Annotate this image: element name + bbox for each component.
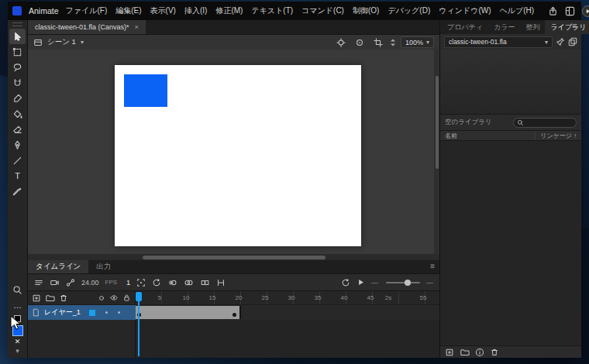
- layer-name[interactable]: レイヤー_1: [44, 307, 81, 318]
- frame-size-slider[interactable]: [386, 282, 420, 283]
- rotation-tool-button[interactable]: [353, 36, 367, 50]
- eraser-tool-button[interactable]: [9, 122, 26, 137]
- frame-size-slider-knob[interactable]: [405, 280, 411, 286]
- pin-library-icon[interactable]: [556, 37, 565, 46]
- zoom-level-dropdown[interactable]: 100% ▾: [401, 36, 434, 48]
- tab-library[interactable]: ライブラリ: [545, 20, 589, 34]
- library-panel-menu-icon[interactable]: ≡: [572, 22, 577, 30]
- timeline-empty-frames[interactable]: [136, 320, 439, 358]
- share-button[interactable]: [548, 4, 558, 18]
- free-transform-tool-button[interactable]: [9, 44, 26, 60]
- menu-edit[interactable]: 編集(E): [115, 5, 141, 16]
- current-frame-value[interactable]: 1: [126, 278, 130, 287]
- tab-properties[interactable]: プロパティ: [442, 20, 488, 34]
- frame-span[interactable]: [136, 306, 241, 319]
- panel-grip-icon[interactable]: [12, 22, 22, 26]
- horizontal-scroll-thumb[interactable]: [143, 256, 326, 259]
- timeline-panel-menu-icon[interactable]: ≡: [430, 263, 435, 270]
- menu-view[interactable]: 表示(V): [150, 5, 176, 16]
- stage-horizontal-scrollbar[interactable]: [28, 254, 439, 260]
- eyedropper-tool-button[interactable]: [9, 184, 26, 199]
- more-tools-button[interactable]: …: [9, 297, 26, 313]
- toolbar-collapse-chevron-icon[interactable]: ▾: [16, 348, 19, 355]
- onion-skin-outline-icon[interactable]: [184, 278, 194, 287]
- snap-magnet-button[interactable]: [9, 75, 26, 91]
- stage-rectangle[interactable]: [124, 74, 167, 107]
- selection-tool-button[interactable]: [9, 29, 26, 44]
- end-keyframe-dot[interactable]: [232, 313, 236, 317]
- item-properties-icon[interactable]: [475, 348, 484, 357]
- tab-output[interactable]: 出力: [88, 260, 119, 273]
- new-library-panel-icon[interactable]: [568, 37, 577, 46]
- layer-name-cell[interactable]: レイヤー_1: [28, 305, 136, 320]
- edit-multiple-frames-icon[interactable]: [200, 278, 210, 287]
- center-stage-button[interactable]: [334, 36, 348, 50]
- menu-commands[interactable]: コマンド(C): [301, 5, 344, 16]
- layers-icon[interactable]: [34, 278, 43, 287]
- menu-file[interactable]: ファイル(F): [66, 5, 108, 16]
- menu-insert[interactable]: 挿入(I): [184, 5, 207, 16]
- new-symbol-icon[interactable]: [445, 348, 454, 357]
- add-layer-icon[interactable]: [32, 294, 41, 303]
- zoom-spinner-icon[interactable]: [390, 38, 396, 47]
- column-name[interactable]: 名前: [445, 132, 457, 140]
- add-folder-icon[interactable]: [45, 294, 55, 303]
- brush-tool-button[interactable]: [9, 91, 26, 106]
- tab-timeline[interactable]: タイムライン: [28, 260, 88, 273]
- menu-modify[interactable]: 修正(M): [215, 5, 243, 16]
- library-search-box[interactable]: [513, 118, 577, 128]
- play-button[interactable]: [356, 278, 365, 287]
- stroke-color-swatch[interactable]: [14, 315, 21, 322]
- new-folder-icon[interactable]: [460, 348, 470, 357]
- fill-color-swatch[interactable]: [12, 325, 23, 336]
- clip-content-button[interactable]: [371, 36, 385, 50]
- zoom-in-frames-icon[interactable]: —: [426, 279, 433, 287]
- layer-parenting-icon[interactable]: [66, 278, 75, 287]
- library-search-input[interactable]: [526, 119, 573, 126]
- menu-help[interactable]: ヘルプ(H): [500, 5, 535, 16]
- layer-visibility-dot[interactable]: [105, 311, 108, 314]
- tab-color[interactable]: カラー: [488, 20, 520, 34]
- menu-window[interactable]: ウィンドウ(W): [439, 5, 491, 16]
- loop-playback-icon[interactable]: [341, 278, 350, 287]
- menu-text[interactable]: テキスト(T): [251, 5, 293, 16]
- document-tab-close-icon[interactable]: ×: [135, 23, 139, 31]
- outline-column-icon[interactable]: [98, 294, 105, 302]
- layer-outline-color-swatch[interactable]: [89, 310, 95, 316]
- center-frame-icon[interactable]: [136, 278, 146, 287]
- column-linkage[interactable]: リンケージ ↑: [535, 132, 577, 140]
- text-tool-button[interactable]: T: [9, 168, 26, 184]
- library-document-dropdown[interactable]: classic-tween-01.fla ▾: [444, 36, 553, 48]
- stage-canvas[interactable]: [115, 65, 361, 246]
- marker-range-icon[interactable]: [216, 278, 226, 287]
- delete-layer-icon[interactable]: [59, 294, 68, 303]
- fps-value[interactable]: 24.00: [81, 279, 99, 287]
- library-item-list[interactable]: [440, 141, 581, 345]
- lasso-tool-button[interactable]: [9, 60, 26, 75]
- test-movie-button[interactable]: [582, 4, 589, 18]
- zoom-out-frames-icon[interactable]: —: [371, 279, 378, 287]
- layer-frames-track[interactable]: [136, 305, 439, 320]
- workspace-button[interactable]: [565, 4, 575, 18]
- menu-control[interactable]: 制御(O): [353, 5, 379, 16]
- stage-vertical-scrollbar[interactable]: [434, 50, 439, 254]
- eye-icon[interactable]: [109, 294, 119, 302]
- lock-icon[interactable]: [122, 294, 131, 302]
- paint-bucket-tool-button[interactable]: [9, 106, 26, 122]
- pen-tool-button[interactable]: [9, 137, 26, 153]
- timeline-ruler[interactable]: 5 10 15 20 25 30 35 40 45 2s 55: [136, 291, 439, 304]
- loop-icon[interactable]: [152, 278, 161, 287]
- camera-icon[interactable]: [50, 278, 60, 287]
- layer-lock-dot[interactable]: [118, 311, 120, 314]
- zoom-tool-button[interactable]: [9, 282, 26, 297]
- document-tab[interactable]: classic-tween-01.fla (Canvas)* ×: [28, 20, 146, 34]
- no-color-icon[interactable]: ✕: [15, 338, 21, 345]
- menu-debug[interactable]: デバッグ(D): [388, 5, 430, 16]
- scene-menu-chevron-icon[interactable]: ▾: [81, 39, 84, 46]
- delete-item-icon[interactable]: [490, 348, 499, 357]
- tab-align[interactable]: 整列: [520, 20, 545, 34]
- line-tool-button[interactable]: [9, 153, 26, 168]
- layer-row[interactable]: レイヤー_1: [28, 304, 439, 320]
- vertical-scroll-thumb[interactable]: [436, 76, 439, 169]
- onion-skin-icon[interactable]: [167, 278, 177, 287]
